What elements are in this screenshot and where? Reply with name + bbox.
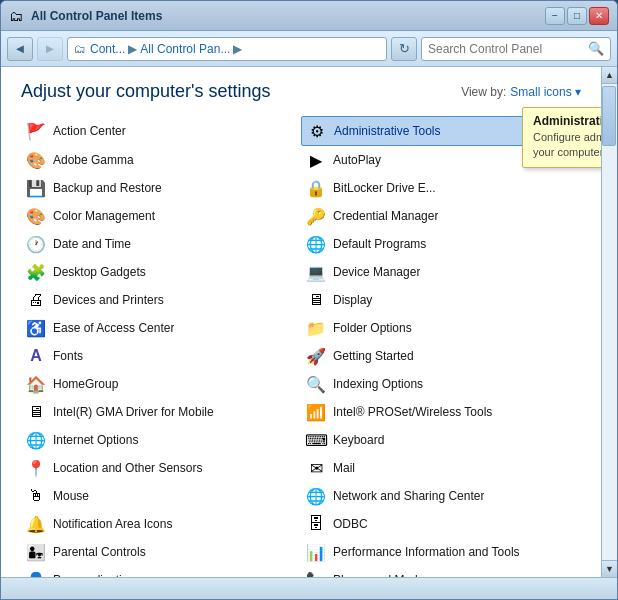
item-label: Parental Controls xyxy=(53,545,146,559)
item-label: Intel(R) GMA Driver for Mobile xyxy=(53,405,214,419)
internet-options-icon: 🌐 xyxy=(25,429,47,451)
intel-gma-icon: 🖥 xyxy=(25,401,47,423)
intel-proset-icon: 📶 xyxy=(305,401,327,423)
panel-header: Adjust your computer's settings View by:… xyxy=(21,81,581,102)
item-label: Mouse xyxy=(53,489,89,503)
item-label: AutoPlay xyxy=(333,153,381,167)
item-label: Credential Manager xyxy=(333,209,438,223)
item-action-center[interactable]: 🚩 Action Center xyxy=(21,116,301,146)
item-mail[interactable]: ✉ Mail xyxy=(301,454,581,482)
item-administrative-tools[interactable]: ⚙ Administrative Tools Administrative To… xyxy=(301,116,581,146)
item-label: Ease of Access Center xyxy=(53,321,174,335)
homegroup-icon: 🏠 xyxy=(25,373,47,395)
item-personalization[interactable]: 👤 Personalization xyxy=(21,566,301,577)
administrative-tools-icon: ⚙ xyxy=(306,120,328,142)
item-location-sensors[interactable]: 📍 Location and Other Sensors xyxy=(21,454,301,482)
item-backup-restore[interactable]: 💾 Backup and Restore xyxy=(21,174,301,202)
item-parental-controls[interactable]: 👨‍👧 Parental Controls xyxy=(21,538,301,566)
display-icon: 🖥 xyxy=(305,289,327,311)
item-label: Performance Information and Tools xyxy=(333,545,520,559)
folder-options-icon: 📁 xyxy=(305,317,327,339)
forward-button[interactable]: ► xyxy=(37,37,63,61)
bitlocker-icon: 🔒 xyxy=(305,177,327,199)
close-button[interactable]: ✕ xyxy=(589,7,609,25)
item-devices-printers[interactable]: 🖨 Devices and Printers xyxy=(21,286,301,314)
search-input[interactable] xyxy=(428,42,584,56)
item-label: Color Management xyxy=(53,209,155,223)
item-keyboard[interactable]: ⌨ Keyboard xyxy=(301,426,581,454)
item-mouse[interactable]: 🖱 Mouse xyxy=(21,482,301,510)
item-label: Keyboard xyxy=(333,433,384,447)
item-internet-options[interactable]: 🌐 Internet Options xyxy=(21,426,301,454)
performance-info-icon: 📊 xyxy=(305,541,327,563)
item-folder-options[interactable]: 📁 Folder Options xyxy=(301,314,581,342)
parental-controls-icon: 👨‍👧 xyxy=(25,541,47,563)
scroll-down-button[interactable]: ▼ xyxy=(602,560,618,577)
notification-icons-icon: 🔔 xyxy=(25,513,47,535)
item-adobe-gamma[interactable]: 🎨 Adobe Gamma xyxy=(21,146,301,174)
item-getting-started[interactable]: 🚀 Getting Started xyxy=(301,342,581,370)
item-notification-icons[interactable]: 🔔 Notification Area Icons xyxy=(21,510,301,538)
view-by-value[interactable]: Small icons ▾ xyxy=(510,85,581,99)
maximize-button[interactable]: □ xyxy=(567,7,587,25)
breadcrumb-folder-icon: 🗂 xyxy=(74,42,86,56)
date-time-icon: 🕐 xyxy=(25,233,47,255)
item-label: Adobe Gamma xyxy=(53,153,134,167)
tooltip-title: Administrative Tools xyxy=(533,114,601,128)
item-desktop-gadgets[interactable]: 🧩 Desktop Gadgets xyxy=(21,258,301,286)
credential-manager-icon: 🔑 xyxy=(305,205,327,227)
item-credential-manager[interactable]: 🔑 Credential Manager xyxy=(301,202,581,230)
item-label: Devices and Printers xyxy=(53,293,164,307)
item-label: Network and Sharing Center xyxy=(333,489,484,503)
item-ease-of-access[interactable]: ♿ Ease of Access Center xyxy=(21,314,301,342)
mouse-icon: 🖱 xyxy=(25,485,47,507)
item-label: Personalization xyxy=(53,573,135,577)
item-performance-info[interactable]: 📊 Performance Information and Tools xyxy=(301,538,581,566)
search-icon: 🔍 xyxy=(588,41,604,56)
refresh-button[interactable]: ↻ xyxy=(391,37,417,61)
scroll-thumb[interactable] xyxy=(602,86,616,146)
default-programs-icon: 🌐 xyxy=(305,233,327,255)
back-button[interactable]: ◄ xyxy=(7,37,33,61)
item-intel-gma[interactable]: 🖥 Intel(R) GMA Driver for Mobile xyxy=(21,398,301,426)
nav-bar: ◄ ► 🗂 Cont... ▶ All Control Pan... ▶ ↻ 🔍 xyxy=(1,31,617,67)
item-label: Intel® PROSet/Wireless Tools xyxy=(333,405,492,419)
item-label: Folder Options xyxy=(333,321,412,335)
color-management-icon: 🎨 xyxy=(25,205,47,227)
item-default-programs[interactable]: 🌐 Default Programs xyxy=(301,230,581,258)
autoplay-icon: ▶ xyxy=(305,149,327,171)
minimize-button[interactable]: − xyxy=(545,7,565,25)
item-display[interactable]: 🖥 Display xyxy=(301,286,581,314)
item-intel-proset[interactable]: 📶 Intel® PROSet/Wireless Tools xyxy=(301,398,581,426)
fonts-icon: A xyxy=(25,345,47,367)
backup-restore-icon: 💾 xyxy=(25,177,47,199)
control-panel-grid: 🚩 Action Center ⚙ Administrative Tools A… xyxy=(21,116,581,577)
main-window: 🗂 All Control Panel Items − □ ✕ ◄ ► 🗂 Co… xyxy=(0,0,618,600)
item-homegroup[interactable]: 🏠 HomeGroup xyxy=(21,370,301,398)
item-fonts[interactable]: A Fonts xyxy=(21,342,301,370)
item-network-sharing[interactable]: 🌐 Network and Sharing Center xyxy=(301,482,581,510)
main-panel: Adjust your computer's settings View by:… xyxy=(1,67,601,577)
devices-printers-icon: 🖨 xyxy=(25,289,47,311)
item-device-manager[interactable]: 💻 Device Manager xyxy=(301,258,581,286)
item-odbc[interactable]: 🗄 ODBC xyxy=(301,510,581,538)
phone-modem-icon: 📞 xyxy=(305,569,327,577)
item-label: Backup and Restore xyxy=(53,181,162,195)
item-label: Date and Time xyxy=(53,237,131,251)
action-center-icon: 🚩 xyxy=(25,120,47,142)
item-indexing-options[interactable]: 🔍 Indexing Options xyxy=(301,370,581,398)
item-label: Getting Started xyxy=(333,349,414,363)
scroll-up-button[interactable]: ▲ xyxy=(602,67,618,84)
breadcrumb-part2[interactable]: All Control Pan... xyxy=(140,42,230,56)
item-phone-modem[interactable]: 📞 Phone and Modem xyxy=(301,566,581,577)
keyboard-icon: ⌨ xyxy=(305,429,327,451)
breadcrumb-part1[interactable]: Cont... xyxy=(90,42,125,56)
adobe-gamma-icon: 🎨 xyxy=(25,149,47,171)
item-label: Mail xyxy=(333,461,355,475)
item-date-time[interactable]: 🕐 Date and Time xyxy=(21,230,301,258)
item-label: Action Center xyxy=(53,124,126,138)
item-label: Desktop Gadgets xyxy=(53,265,146,279)
item-bitlocker[interactable]: 🔒 BitLocker Drive E... xyxy=(301,174,581,202)
window-title: All Control Panel Items xyxy=(27,9,545,23)
item-color-management[interactable]: 🎨 Color Management xyxy=(21,202,301,230)
